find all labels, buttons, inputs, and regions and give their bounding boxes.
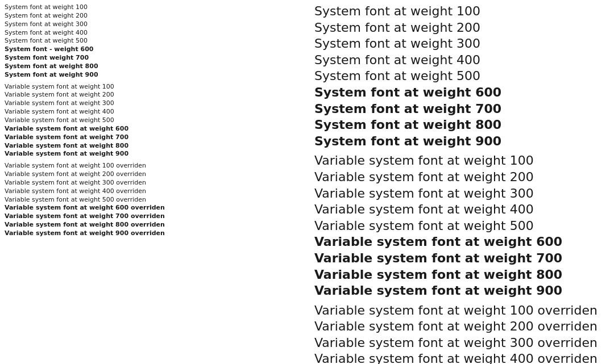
left-variable-w400: Variable system font at weight 400 — [5, 108, 292, 116]
left-variable-w300: Variable system font at weight 300 — [5, 99, 292, 108]
right-variable-w400: Variable system font at weight 400 — [314, 202, 601, 218]
left-system-w500: System font at weight 500 — [5, 37, 292, 45]
left-overriden-w600: Variable system font at weight 600 overr… — [5, 204, 292, 212]
left-system-w700: System font weight 700 — [5, 54, 292, 62]
right-variable-w300: Variable system font at weight 300 — [314, 186, 601, 202]
right-variable-w800: Variable system font at weight 800 — [314, 267, 601, 283]
left-variable-w800: Variable system font at weight 800 — [5, 142, 292, 150]
right-overriden-w100: Variable system font at weight 100 overr… — [314, 303, 601, 319]
left-overriden-w700: Variable system font at weight 700 overr… — [5, 212, 292, 221]
left-overriden-w100: Variable system font at weight 100 overr… — [5, 162, 292, 170]
left-variable-w200: Variable system font at weight 200 — [5, 91, 292, 99]
right-overriden-w300: Variable system font at weight 300 overr… — [314, 335, 601, 352]
right-system-w200: System font at weight 200 — [314, 20, 601, 36]
left-overriden-w900: Variable system font at weight 900 overr… — [5, 229, 292, 238]
left-overriden-w200: Variable system font at weight 200 overr… — [5, 170, 292, 179]
left-variable-w600: Variable system font at weight 600 — [5, 125, 292, 133]
left-system-w200: System font at weight 200 — [5, 12, 292, 20]
right-system-w600: System font at weight 600 — [314, 85, 601, 101]
right-overriden-w400: Variable system font at weight 400 overr… — [314, 351, 601, 364]
right-overriden-w200: Variable system font at weight 200 overr… — [314, 319, 601, 335]
left-overriden-w400: Variable system font at weight 400 overr… — [5, 187, 292, 196]
left-overriden-w500: Variable system font at weight 500 overr… — [5, 196, 292, 204]
right-column: System font at weight 100 System font at… — [303, 3, 601, 364]
right-variable-w500: Variable system font at weight 500 — [314, 218, 601, 235]
left-system-w300: System font at weight 300 — [5, 20, 292, 29]
right-variable-w700: Variable system font at weight 700 — [314, 250, 601, 267]
left-column: System font at weight 100 System font at… — [5, 3, 303, 364]
right-variable-w600: Variable system font at weight 600 — [314, 234, 601, 250]
left-system-w900: System font at weight 900 — [5, 71, 292, 80]
right-system-w700: System font at weight 700 — [314, 101, 601, 118]
left-overriden-w300: Variable system font at weight 300 overr… — [5, 179, 292, 187]
left-variable-w100: Variable system font at weight 100 — [5, 83, 292, 91]
right-variable-w100: Variable system font at weight 100 — [314, 153, 601, 169]
right-system-w400: System font at weight 400 — [314, 52, 601, 69]
right-system-w500: System font at weight 500 — [314, 68, 601, 85]
right-system-w900: System font at weight 900 — [314, 133, 601, 150]
right-system-w300: System font at weight 300 — [314, 36, 601, 52]
left-system-w600: System font - weight 600 — [5, 45, 292, 54]
left-variable-w900: Variable system font at weight 900 — [5, 150, 292, 158]
left-system-w100: System font at weight 100 — [5, 3, 292, 12]
right-system-w800: System font at weight 800 — [314, 117, 601, 133]
left-overriden-w800: Variable system font at weight 800 overr… — [5, 221, 292, 229]
right-variable-w900: Variable system font at weight 900 — [314, 283, 601, 299]
left-variable-w500: Variable system font at weight 500 — [5, 116, 292, 125]
left-system-w800: System font at weight 800 — [5, 62, 292, 71]
right-system-w100: System font at weight 100 — [314, 3, 601, 20]
left-system-w400: System font at weight 400 — [5, 29, 292, 37]
right-variable-w200: Variable system font at weight 200 — [314, 169, 601, 186]
left-variable-w700: Variable system font at weight 700 — [5, 133, 292, 142]
